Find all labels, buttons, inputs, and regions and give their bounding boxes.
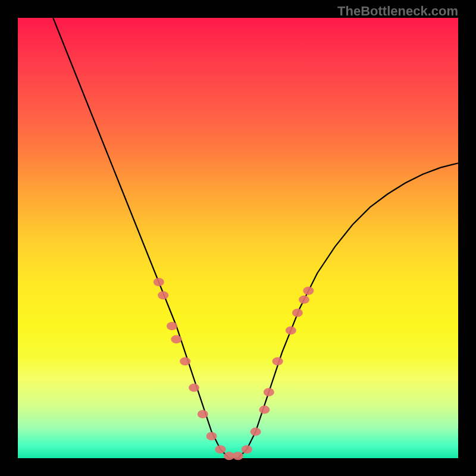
marker-point <box>264 388 274 396</box>
marker-point <box>189 384 199 392</box>
marker-point <box>198 410 208 418</box>
marker-point <box>167 322 177 330</box>
marker-point <box>158 291 168 299</box>
marker-point <box>286 326 296 334</box>
marker-point <box>250 428 261 436</box>
curve-layer <box>18 18 458 458</box>
marker-point <box>259 406 270 414</box>
marker-point <box>180 357 190 365</box>
marker-point <box>215 445 226 453</box>
marker-point <box>171 335 181 343</box>
bottleneck-curve <box>53 18 458 458</box>
marker-point <box>292 309 303 317</box>
marker-point <box>242 445 252 453</box>
chart-frame: TheBottleneck.com <box>0 0 476 476</box>
marker-point <box>206 432 217 440</box>
marker-point <box>233 452 243 460</box>
marker-point <box>299 296 309 304</box>
marker-point <box>273 357 283 365</box>
marker-point <box>303 287 314 295</box>
watermark-text: TheBottleneck.com <box>337 4 458 19</box>
marker-group <box>154 278 314 460</box>
marker-point <box>154 278 164 286</box>
plot-area <box>18 18 458 458</box>
